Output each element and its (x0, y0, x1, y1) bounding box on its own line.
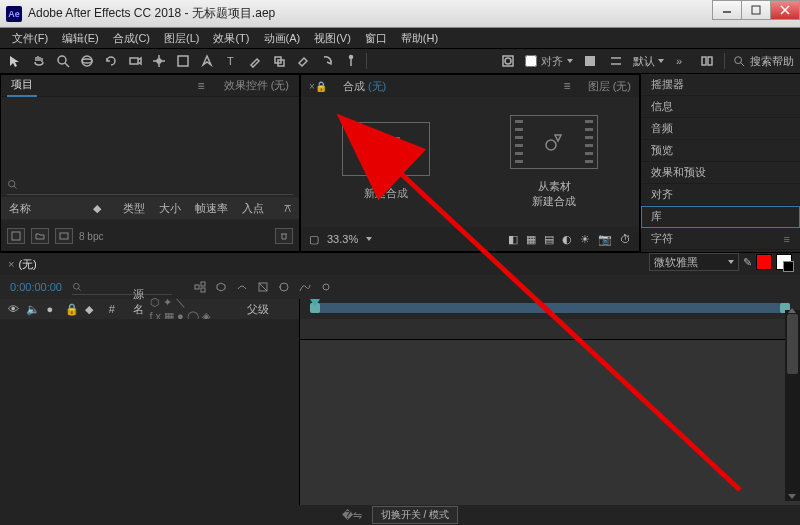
character-menu-icon[interactable]: ≡ (784, 233, 790, 245)
pen-tool[interactable] (198, 52, 216, 70)
lock-icon[interactable]: ×🔒 (309, 81, 327, 92)
eraser-tool[interactable] (294, 52, 312, 70)
mask-toggle-icon[interactable]: ▢ (309, 233, 319, 246)
menu-file[interactable]: 文件(F) (6, 29, 54, 48)
text-tool[interactable]: T (222, 52, 240, 70)
col-audio-icon[interactable]: 🔈 (26, 303, 40, 316)
composition-flowchart-icon[interactable] (192, 279, 208, 295)
panel-settings-icon[interactable] (698, 52, 716, 70)
fill-icon[interactable] (581, 52, 599, 70)
zoom-tool[interactable] (54, 52, 72, 70)
minimize-button[interactable] (712, 0, 742, 20)
delete-button[interactable] (275, 228, 293, 244)
new-composition-card[interactable]: 新建合成 (342, 122, 430, 201)
shy-icon[interactable] (234, 279, 250, 295)
vertical-scrollbar[interactable] (785, 310, 800, 501)
menu-help[interactable]: 帮助(H) (395, 29, 444, 48)
timeline-tab[interactable]: (无) (14, 254, 40, 275)
tab-project[interactable]: 项目 (7, 74, 37, 97)
composition-viewer[interactable]: 新建合成 从素材新建合成 (301, 97, 639, 227)
brush-tool[interactable] (246, 52, 264, 70)
tab-composition[interactable]: 合成 (无) (343, 79, 386, 94)
stroke-color-swatch[interactable] (776, 254, 792, 270)
menu-layer[interactable]: 图层(L) (158, 29, 205, 48)
selection-tool[interactable] (6, 52, 24, 70)
scroll-down-icon[interactable] (788, 494, 796, 499)
snap-caret-icon[interactable] (567, 59, 573, 63)
panel-menu-icon[interactable]: ≡ (198, 79, 206, 93)
orbit-tool[interactable] (78, 52, 96, 70)
panel-preview[interactable]: 预览 (641, 140, 800, 162)
mask-mode-icon[interactable] (499, 52, 517, 70)
work-area-bar[interactable] (310, 303, 790, 313)
brainstorm-icon[interactable] (318, 279, 334, 295)
scroll-up-icon[interactable] (788, 308, 796, 313)
motion-blur-icon[interactable] (276, 279, 292, 295)
col-label-icon[interactable]: ◆ (85, 303, 103, 316)
menu-edit[interactable]: 编辑(E) (56, 29, 105, 48)
new-folder-button[interactable] (31, 228, 49, 244)
timeline-layer-list[interactable] (0, 319, 300, 505)
maximize-button[interactable] (741, 0, 771, 20)
col-size[interactable]: 大小 (159, 201, 181, 216)
anchor-tool[interactable] (150, 52, 168, 70)
snapshot-icon[interactable]: 📷 (598, 233, 612, 246)
col-name[interactable]: 名称 (9, 201, 79, 216)
guide-icon[interactable]: ▤ (544, 233, 554, 246)
col-tag-icon[interactable]: ◆ (93, 202, 109, 215)
col-visibility-icon[interactable]: 👁 (8, 303, 20, 315)
search-help-input[interactable]: 搜索帮助 (750, 54, 794, 69)
frame-blend-icon[interactable] (255, 279, 271, 295)
new-from-footage-card[interactable]: 从素材新建合成 (510, 115, 598, 210)
shape-tool[interactable] (174, 52, 192, 70)
snap-checkbox[interactable] (525, 55, 537, 67)
zoom-caret-icon[interactable] (366, 237, 372, 241)
timeline-search[interactable] (72, 279, 172, 295)
menu-window[interactable]: 窗口 (359, 29, 393, 48)
col-number[interactable]: # (109, 303, 127, 315)
panel-audio[interactable]: 音频 (641, 118, 800, 140)
workspace-overflow-icon[interactable]: » (672, 52, 690, 70)
comp-panel-menu-icon[interactable]: ≡ (564, 79, 572, 93)
exposure-icon[interactable]: ☀ (580, 233, 590, 246)
grid-icon[interactable]: ▦ (526, 233, 536, 246)
tab-layer[interactable]: 图层 (无) (588, 79, 631, 94)
panel-align[interactable]: 对齐 (641, 184, 800, 206)
workspace-dropdown[interactable]: 默认 (633, 54, 664, 69)
new-comp-button[interactable] (55, 228, 73, 244)
col-fps[interactable]: 帧速率 (195, 201, 228, 216)
graph-editor-icon[interactable] (297, 279, 313, 295)
zoom-level[interactable]: 33.3% (327, 233, 358, 245)
menu-effect[interactable]: 效果(T) (207, 29, 255, 48)
camera-tool[interactable] (126, 52, 144, 70)
toggle-switches-icon[interactable]: �⇋ (342, 509, 362, 522)
col-in[interactable]: 入点 (242, 201, 264, 216)
timecode-icon[interactable]: ⏱ (620, 233, 631, 245)
tab-effect-controls[interactable]: 效果控件 (无) (220, 75, 293, 96)
col-lock-icon[interactable]: 🔒 (65, 303, 79, 316)
project-bpc[interactable]: 8 bpc (79, 231, 103, 242)
hand-tool[interactable] (30, 52, 48, 70)
panel-library[interactable]: 库 (641, 206, 800, 228)
time-ruler[interactable] (300, 299, 800, 319)
interpret-footage-button[interactable] (7, 228, 25, 244)
roto-tool[interactable] (318, 52, 336, 70)
panel-wiggler[interactable]: 摇摆器 (641, 74, 800, 96)
current-timecode[interactable]: 0:00:00:00 (10, 281, 62, 293)
menu-composition[interactable]: 合成(C) (107, 29, 156, 48)
panel-info[interactable]: 信息 (641, 96, 800, 118)
timeline-tracks[interactable] (300, 319, 800, 505)
col-solo-icon[interactable]: ● (46, 303, 58, 315)
flowchart-icon[interactable]: ⚻ (284, 202, 291, 215)
playhead-icon[interactable] (310, 299, 320, 307)
unknown-toggle-icon[interactable] (607, 52, 625, 70)
col-parent[interactable]: 父级 (247, 302, 292, 317)
panel-character[interactable]: 字符≡ (641, 228, 800, 250)
toggle-switches-modes-button[interactable]: 切换开关 / 模式 (372, 506, 458, 524)
project-search[interactable] (7, 175, 293, 195)
menu-animation[interactable]: 动画(A) (258, 29, 307, 48)
close-button[interactable] (770, 0, 800, 20)
scrollbar-thumb[interactable] (787, 314, 798, 374)
menu-view[interactable]: 视图(V) (308, 29, 357, 48)
clone-tool[interactable] (270, 52, 288, 70)
